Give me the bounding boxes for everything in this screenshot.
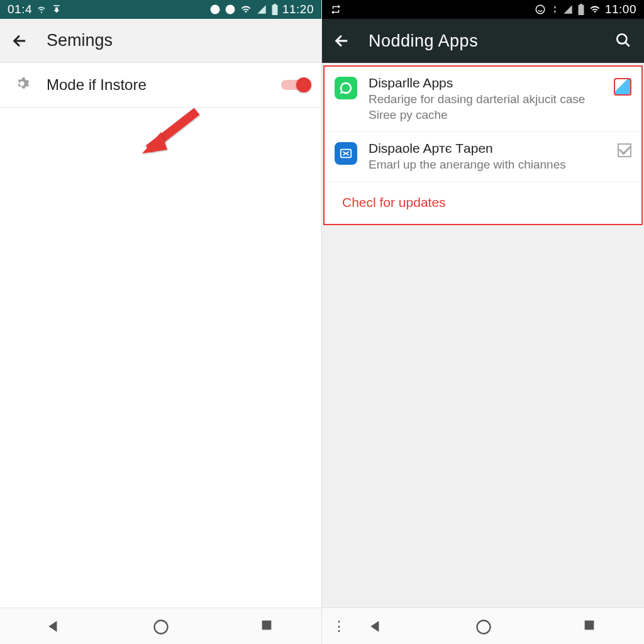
setting-label: Mode if Instore <box>47 76 266 94</box>
svg-rect-12 <box>584 620 594 630</box>
wifi-icon <box>36 5 47 14</box>
arrow-annotation-icon <box>137 108 213 171</box>
left-screenshot: 01:4 11:20 Semings Mode if Instore <box>0 0 322 644</box>
app-subtitle: Emarl up the anerange with chiannes <box>369 157 606 173</box>
svg-point-6 <box>536 5 545 14</box>
nav-home-icon[interactable] <box>152 618 169 635</box>
svg-point-1 <box>225 5 235 14</box>
nav-menu-icon[interactable]: ⋮ <box>332 618 346 635</box>
content-left: Mode if Instore <box>0 63 321 608</box>
svg-rect-2 <box>272 5 277 15</box>
svg-rect-5 <box>262 620 271 630</box>
svg-rect-3 <box>274 4 276 6</box>
right-screenshot: 11:00 Nodding Apps Disparlle Apps Redari… <box>322 0 644 644</box>
back-icon[interactable] <box>333 32 351 50</box>
loop-icon <box>330 4 342 15</box>
highlight-annotation: Disparlle Apps Redarige for dasing darte… <box>323 65 643 225</box>
info-icon <box>225 4 236 15</box>
nav-recent-icon[interactable] <box>260 618 276 635</box>
appbar-right: Nodding Apps <box>322 19 644 63</box>
wifi-full-icon <box>240 4 252 14</box>
appbar-title-left: Semings <box>47 31 310 50</box>
status-time-left: 01:4 <box>8 3 32 16</box>
app-title: Disparlle Apps <box>369 75 602 91</box>
content-right: Disparlle Apps Redarige for dasing darte… <box>322 63 644 608</box>
signal-icon <box>256 4 267 14</box>
mail-x-icon <box>335 142 357 165</box>
status-bar-right: 11:00 <box>322 0 644 19</box>
checkbox-icon[interactable] <box>618 143 631 157</box>
bt-off-icon <box>550 4 558 15</box>
navbar-left <box>0 608 321 644</box>
battery-icon <box>271 4 279 15</box>
svg-point-9 <box>617 34 626 43</box>
app-row-1[interactable]: Disparlle Apps Redarige for dasing darte… <box>325 67 641 132</box>
status-time-right2: 11:00 <box>605 3 636 16</box>
wifi-icon <box>589 4 601 14</box>
whatsapp-icon <box>335 77 357 99</box>
smiley-icon <box>535 4 546 15</box>
app-subtitle: Redarige for dasing darterial akjucit ca… <box>369 92 602 123</box>
app-trailing-badge-icon <box>614 78 631 96</box>
nav-recent-icon[interactable] <box>582 618 599 635</box>
download-icon <box>51 4 62 14</box>
svg-point-11 <box>477 620 490 633</box>
search-icon[interactable] <box>615 32 633 50</box>
nav-back-icon[interactable] <box>367 618 384 635</box>
appbar-left: Semings <box>0 19 321 63</box>
signal-icon <box>562 4 574 14</box>
appbar-title-right: Nodding Apps <box>369 31 597 51</box>
check-updates-link[interactable]: Checl for updates <box>325 182 641 224</box>
nav-back-icon[interactable] <box>45 618 62 635</box>
app-row-2[interactable]: Dispaole Apтє Тapen Emarl up the anerang… <box>325 132 641 182</box>
app-title: Dispaole Apтє Тapen <box>369 141 606 156</box>
gear-icon <box>13 74 31 96</box>
nav-home-icon[interactable] <box>475 618 491 635</box>
status-time-right: 11:20 <box>282 3 314 16</box>
battery-icon <box>577 4 585 15</box>
toggle-switch[interactable] <box>281 77 309 93</box>
svg-rect-7 <box>578 5 584 15</box>
back-icon[interactable] <box>11 32 29 50</box>
svg-point-0 <box>210 5 219 14</box>
svg-point-4 <box>155 620 168 633</box>
svg-rect-8 <box>580 4 582 6</box>
setting-row-mode[interactable]: Mode if Instore <box>0 63 321 108</box>
face-icon <box>209 4 221 15</box>
navbar-right: ⋮ <box>322 608 644 644</box>
status-bar-left: 01:4 11:20 <box>0 0 321 19</box>
